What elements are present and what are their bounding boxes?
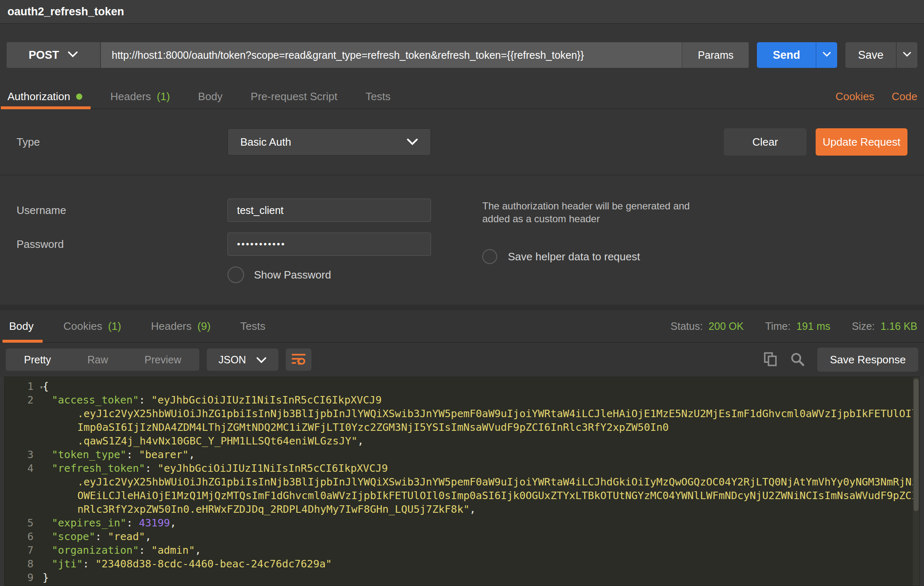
line-number <box>5 407 37 420</box>
show-password-label: Show Password <box>254 269 331 281</box>
line-number <box>5 434 37 448</box>
line-number: 7 <box>5 543 37 557</box>
line-number <box>5 420 37 434</box>
send-button-group: Send <box>757 42 837 68</box>
tab-count: (1) <box>108 320 121 333</box>
line-number: 6 <box>5 530 37 543</box>
code-row: .qawS1Z4j_h4vNx10GBC_Y_PHM1LLSQt64eniWLG… <box>5 434 919 448</box>
view-mode-group: Pretty Raw Preview <box>6 348 199 371</box>
save-options-button[interactable] <box>896 42 917 68</box>
tab-count: (1) <box>157 90 170 103</box>
auth-type-dropdown[interactable]: Basic Auth <box>227 128 431 156</box>
username-input[interactable] <box>227 199 431 222</box>
code-row: 4"refresh_token": "eyJhbGciOiJIUzI1NiIsI… <box>5 461 919 475</box>
tab-count: (9) <box>197 320 211 333</box>
code-row: 5"expires_in": 43199, <box>5 516 919 530</box>
response-tabs: Body Cookies (1) Headers (9) Tests Statu… <box>0 310 924 343</box>
send-options-button[interactable] <box>816 42 837 68</box>
code-row: 1▾{ <box>5 379 919 393</box>
wrap-text-button[interactable] <box>286 348 311 371</box>
update-request-button[interactable]: Update Request <box>816 128 907 156</box>
copy-icon <box>764 352 778 368</box>
code-row: 6"scope": "read", <box>5 530 919 543</box>
fold-caret-icon[interactable]: ▾ <box>39 380 43 394</box>
tab-headers[interactable]: Headers (1) <box>102 84 178 108</box>
method-label: POST <box>29 49 59 62</box>
code-row: 9} <box>5 571 919 584</box>
request-tabs: Authorization Headers (1) Body Pre-reque… <box>0 84 924 109</box>
tab-label: Tests <box>240 320 266 333</box>
response-meta: Status: 200 OK Time: 191 ms Size: 1.16 K… <box>670 310 917 342</box>
tab-label: Tests <box>366 90 391 103</box>
response-tab-headers[interactable]: Headers (9) <box>142 310 220 342</box>
section-divider <box>0 305 924 310</box>
language-value: JSON <box>218 354 246 366</box>
chevron-down-icon <box>407 136 418 149</box>
wrap-text-icon <box>291 352 306 367</box>
line-number: 1▾ <box>5 379 37 393</box>
line-number <box>5 475 37 489</box>
response-tab-cookies[interactable]: Cookies (1) <box>54 310 130 342</box>
line-number <box>5 502 37 516</box>
tab-label: Cookies <box>63 320 102 333</box>
chevron-down-icon <box>256 354 267 366</box>
method-select[interactable]: POST <box>7 42 101 68</box>
url-input[interactable] <box>101 42 682 68</box>
password-input[interactable] <box>227 233 431 256</box>
show-password-toggle[interactable] <box>227 267 244 283</box>
auth-type-value: Basic Auth <box>240 136 291 149</box>
tab-label: Body <box>9 320 34 333</box>
size-badge: Size: 1.16 KB <box>852 320 917 332</box>
save-button-group: Save <box>845 42 917 68</box>
scrollbar-thumb[interactable] <box>914 379 919 511</box>
code-row: 7"organization": "admin", <box>5 543 919 557</box>
response-tab-tests[interactable]: Tests <box>231 310 275 342</box>
auth-configured-dot <box>76 94 82 100</box>
copy-response-button[interactable] <box>764 352 778 368</box>
save-response-button[interactable]: Save Response <box>817 348 918 372</box>
pretty-view-button[interactable]: Pretty <box>6 348 69 371</box>
username-label: Username <box>17 204 227 217</box>
tab-authorization[interactable]: Authorization <box>7 84 91 108</box>
code-row: 2"access_token": "eyJhbGciOiJIUzI1NiIsIn… <box>5 393 919 407</box>
tab-pre-request-script[interactable]: Pre-request Script <box>242 84 346 108</box>
search-icon <box>790 352 805 368</box>
save-button[interactable]: Save <box>845 42 896 68</box>
code-row: .eyJ1c2VyX25hbWUiOiJhZG1pbiIsInNjb3BlIjp… <box>5 407 919 420</box>
response-body-editor: 1▾{2"access_token": "eyJhbGciOiJIUzI1NiI… <box>4 377 920 586</box>
language-dropdown[interactable]: JSON <box>207 348 278 371</box>
tab-label: Body <box>198 90 223 103</box>
line-number: 4 <box>5 461 37 475</box>
tab-label: Headers <box>151 320 192 333</box>
request-bar: POST Params Send Save <box>7 42 917 68</box>
save-helper-label: Save helper data to request <box>508 250 640 263</box>
code-rows: 1▾{2"access_token": "eyJhbGciOiJIUzI1NiI… <box>5 379 919 584</box>
tab-tests[interactable]: Tests <box>357 84 399 108</box>
tab-label: Pre-request Script <box>251 90 338 103</box>
tab-body[interactable]: Body <box>190 84 231 108</box>
raw-view-button[interactable]: Raw <box>69 348 126 371</box>
auth-helper-note: The authorization header will be generat… <box>482 199 714 225</box>
code-row: 3"token_type": "bearer", <box>5 448 919 461</box>
clear-button[interactable]: Clear <box>724 128 807 156</box>
chevron-down-icon <box>902 51 912 59</box>
time-badge: Time: 191 ms <box>765 320 831 332</box>
editor-scrollbar[interactable] <box>913 377 919 586</box>
preview-view-button[interactable]: Preview <box>126 348 199 371</box>
cookies-link[interactable]: Cookies <box>835 90 874 103</box>
line-number: 3 <box>5 448 37 461</box>
section-divider <box>0 175 924 175</box>
code-link[interactable]: Code <box>892 90 917 103</box>
search-response-button[interactable] <box>790 352 805 368</box>
send-button[interactable]: Send <box>757 42 816 68</box>
params-button[interactable]: Params <box>682 42 749 68</box>
tab-label: Headers <box>110 90 151 103</box>
line-number: 2 <box>5 393 37 407</box>
request-title-bar: oauth2_refresh_token <box>0 0 924 24</box>
line-number: 5 <box>5 516 37 530</box>
request-title: oauth2_refresh_token <box>7 5 124 18</box>
save-helper-toggle[interactable] <box>482 249 497 264</box>
code-row: nRlc3RfY2xpZW50In0.eHRWxFZDJDq_2RDPL4Dhy… <box>5 502 919 516</box>
response-tab-body[interactable]: Body <box>7 310 43 342</box>
status-badge: Status: 200 OK <box>670 320 744 332</box>
